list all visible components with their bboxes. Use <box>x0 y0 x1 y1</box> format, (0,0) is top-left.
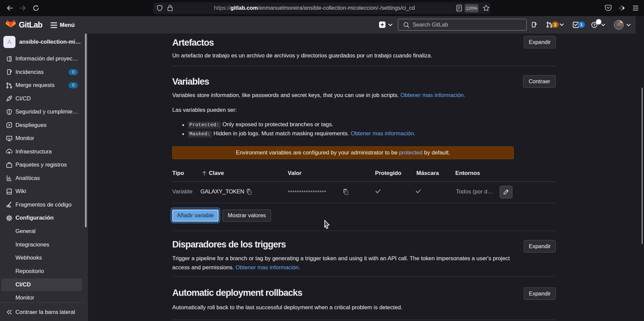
svg-text:?: ? <box>593 23 596 27</box>
